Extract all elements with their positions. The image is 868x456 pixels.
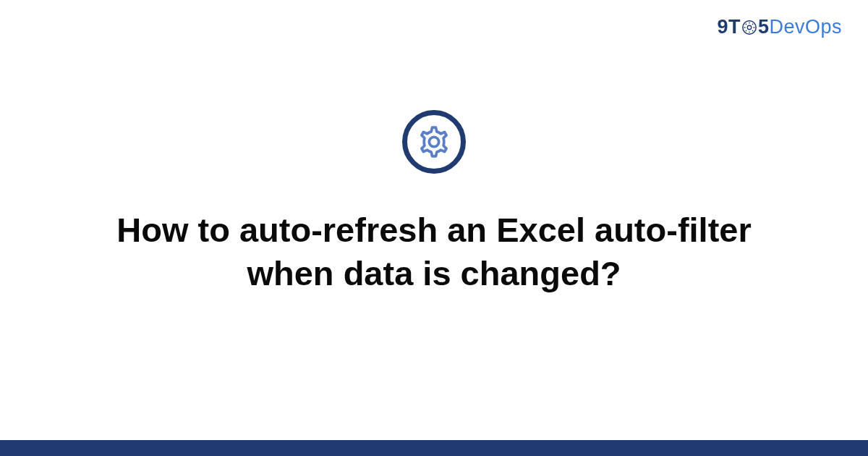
settings-gear-icon (402, 110, 466, 174)
svg-point-2 (429, 137, 438, 146)
main-content: How to auto-refresh an Excel auto-filter… (0, 0, 868, 456)
page-title: How to auto-refresh an Excel auto-filter… (109, 208, 760, 295)
footer-accent-bar (0, 440, 868, 456)
